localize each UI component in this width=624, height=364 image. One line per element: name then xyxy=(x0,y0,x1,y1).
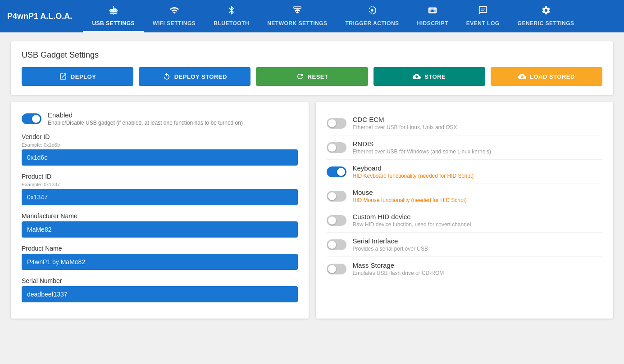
left-settings-panel: Enabled Enable/Disable USB gadget (if en… xyxy=(11,102,309,319)
svg-rect-9 xyxy=(481,9,485,9)
reset-icon xyxy=(296,72,304,81)
tab-bluetooth[interactable]: BLUETOOTH xyxy=(205,0,258,32)
rndis-toggle[interactable] xyxy=(327,142,346,153)
product-name-group: Product Name xyxy=(22,245,298,270)
vendor-id-group: Vendor ID Example: 0x1d6b xyxy=(22,133,298,166)
enabled-title: Enabled xyxy=(48,111,298,119)
keyboard-toggle[interactable] xyxy=(327,166,346,177)
manufacturer-name-label: Manufacturer Name xyxy=(22,212,298,220)
cdc-ecm-text: CDC ECM Ethernet over USB for Linux, Uni… xyxy=(353,116,603,130)
serial-option: Serial Interface Provides a serial port … xyxy=(327,233,603,257)
keyboard-option: Keyboard HID Keyboard functionality (nee… xyxy=(327,160,603,184)
usb-gadget-title: USB Gadget Settings xyxy=(22,50,602,60)
tab-generic-label: GENERIC SETTINGS xyxy=(518,20,574,27)
rndis-option: RNDIS Ethernet over USB for Windows (and… xyxy=(327,135,603,160)
wifi-icon xyxy=(169,5,179,18)
tab-trigger[interactable]: TRIGGER ACTIONS xyxy=(337,0,408,32)
vendor-id-hint: Example: 0x1d6b xyxy=(22,142,298,148)
enabled-label-group: Enabled Enable/Disable USB gadget (if en… xyxy=(48,111,298,126)
load-stored-button[interactable]: LOAD STORED xyxy=(491,67,602,86)
tab-bluetooth-label: BLUETOOTH xyxy=(214,20,249,27)
serial-number-group: Serial Number xyxy=(22,277,298,302)
mouse-slider xyxy=(327,191,346,202)
app-title: P4wnP1 A.L.O.A. xyxy=(7,5,79,27)
tab-usb[interactable]: USB SETTINGS xyxy=(83,0,144,32)
deploy-button[interactable]: DEPLOY xyxy=(22,67,133,86)
product-name-input[interactable] xyxy=(22,254,298,270)
deploy-icon xyxy=(59,72,67,81)
product-name-label: Product Name xyxy=(22,245,298,252)
keyboard-desc: HID Keyboard functionality (needed for H… xyxy=(353,173,603,179)
mass-storage-desc: Emulates USB flash drive or CD-ROM xyxy=(353,270,603,276)
mouse-toggle[interactable] xyxy=(327,191,346,202)
serial-slider xyxy=(327,239,346,250)
svg-rect-0 xyxy=(113,8,114,13)
enabled-slider xyxy=(22,113,41,124)
keyboard-title: Keyboard xyxy=(353,164,603,172)
custom-hid-option: Custom HID device Raw HID device functio… xyxy=(327,208,603,233)
deploy-stored-icon xyxy=(163,72,171,81)
load-stored-icon xyxy=(518,72,526,81)
serial-number-label: Serial Number xyxy=(22,277,298,284)
mass-storage-option: Mass Storage Emulates USB flash drive or… xyxy=(327,257,603,281)
keyboard-slider xyxy=(327,166,346,177)
svg-rect-7 xyxy=(296,12,298,13)
enabled-toggle-row: Enabled Enable/Disable USB gadget (if en… xyxy=(22,111,298,126)
enabled-toggle[interactable] xyxy=(22,113,41,124)
deploy-stored-button[interactable]: DEPLOY STORED xyxy=(139,67,251,86)
vendor-id-label: Vendor ID xyxy=(22,133,298,140)
tab-hidscript[interactable]: HIDSCRIPT xyxy=(408,0,457,32)
header: P4wnP1 A.L.O.A. USB SETTINGS xyxy=(0,0,624,32)
tab-generic[interactable]: GENERIC SETTINGS xyxy=(509,0,583,32)
cdc-ecm-toggle[interactable] xyxy=(327,118,346,129)
log-icon xyxy=(478,5,488,18)
svg-rect-3 xyxy=(111,9,113,11)
manufacturer-name-group: Manufacturer Name xyxy=(22,212,298,238)
vendor-id-input[interactable] xyxy=(22,149,298,166)
tab-trigger-label: TRIGGER ACTIONS xyxy=(346,20,399,27)
cdc-ecm-title: CDC ECM xyxy=(353,116,603,123)
enabled-desc: Enable/Disable USB gadget (if enabled, a… xyxy=(48,120,298,126)
tab-eventlog[interactable]: EVENT LOG xyxy=(457,0,509,32)
serial-number-input[interactable] xyxy=(22,286,298,302)
action-buttons: DEPLOY DEPLOY STORED RESET STORE xyxy=(22,67,602,86)
tab-hidscript-label: HIDSCRIPT xyxy=(417,20,448,27)
tab-network[interactable]: NETWORK SETTINGS xyxy=(258,0,336,32)
mass-storage-text: Mass Storage Emulates USB flash drive or… xyxy=(353,261,603,276)
cdc-ecm-slider xyxy=(327,118,346,129)
usb-gadget-card: USB Gadget Settings DEPLOY DEPLOY STORED… xyxy=(11,41,613,95)
custom-hid-title: Custom HID device xyxy=(353,213,603,220)
product-id-input[interactable] xyxy=(22,189,298,205)
main-content: USB Gadget Settings DEPLOY DEPLOY STORED… xyxy=(0,32,624,328)
mouse-desc: HID Mouse functionality (needed for HID … xyxy=(353,197,603,203)
tab-wifi[interactable]: WIFI SETTINGS xyxy=(144,0,205,32)
custom-hid-slider xyxy=(327,215,346,226)
custom-hid-toggle[interactable] xyxy=(327,215,346,226)
custom-hid-text: Custom HID device Raw HID device functio… xyxy=(353,213,603,228)
rndis-desc: Ethernet over USB for Windows (and some … xyxy=(353,148,603,155)
mass-storage-toggle[interactable] xyxy=(327,264,346,274)
cdc-ecm-option: CDC ECM Ethernet over USB for Linux, Uni… xyxy=(327,111,603,135)
tab-network-label: NETWORK SETTINGS xyxy=(267,20,327,27)
reset-button[interactable]: RESET xyxy=(256,67,368,86)
custom-hid-desc: Raw HID device function, used for covert… xyxy=(353,221,603,228)
mouse-text: Mouse HID Mouse functionality (needed fo… xyxy=(353,189,603,203)
store-icon xyxy=(413,72,421,81)
mouse-title: Mouse xyxy=(353,189,603,196)
mass-storage-title: Mass Storage xyxy=(353,261,603,269)
serial-desc: Provides a serial port over USB xyxy=(353,246,603,252)
keyboard-icon xyxy=(428,5,437,18)
product-id-group: Product ID Example: 0x1337 xyxy=(22,173,298,205)
serial-text: Serial Interface Provides a serial port … xyxy=(353,237,603,252)
svg-rect-10 xyxy=(481,10,483,10)
product-id-label: Product ID xyxy=(22,173,298,180)
store-button[interactable]: STORE xyxy=(373,67,485,86)
network-icon xyxy=(292,5,302,18)
rndis-title: RNDIS xyxy=(353,140,603,148)
mass-storage-slider xyxy=(327,264,346,274)
serial-toggle[interactable] xyxy=(327,239,346,250)
manufacturer-name-input[interactable] xyxy=(22,221,298,238)
gear-icon xyxy=(541,5,551,18)
product-id-hint: Example: 0x1337 xyxy=(22,182,298,187)
svg-point-8 xyxy=(371,9,373,12)
